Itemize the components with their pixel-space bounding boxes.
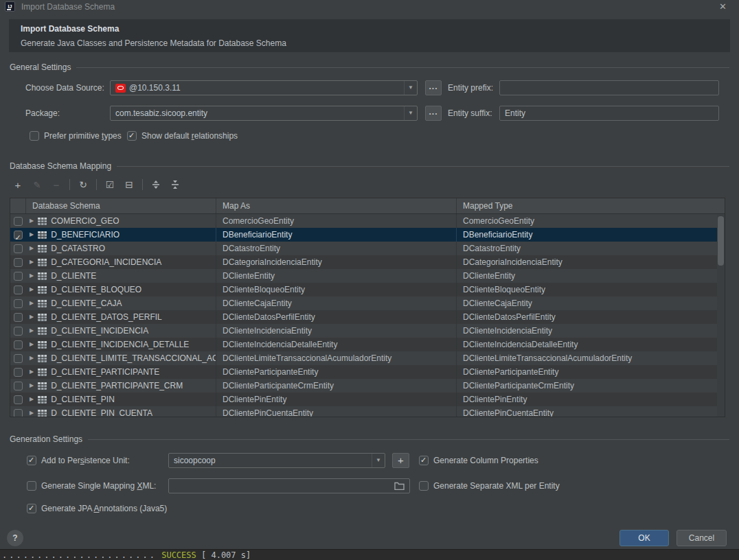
package-combobox[interactable]: com.tesabiz.sicoop.entity ▼ bbox=[110, 106, 418, 121]
map-as-cell[interactable]: DClienteParticipanteCrmEntity bbox=[216, 379, 456, 393]
folder-icon[interactable] bbox=[394, 482, 405, 490]
mapped-type-cell[interactable]: DCatastroEntity bbox=[456, 242, 725, 255]
package-browse-button[interactable]: ... bbox=[425, 106, 442, 121]
row-checkbox[interactable] bbox=[14, 395, 23, 404]
table-row[interactable]: ▶D_CLIENTE_BLOQUEODClienteBloqueoEntityD… bbox=[10, 283, 725, 296]
refresh-icon[interactable]: ↻ bbox=[77, 178, 89, 191]
mapped-type-cell[interactable]: DClienteParticipanteEntity bbox=[456, 365, 725, 379]
map-as-cell[interactable]: DClienteIncidenciaEntity bbox=[216, 324, 456, 338]
expand-arrow-icon[interactable]: ▶ bbox=[30, 242, 34, 255]
map-as-cell[interactable]: ComercioGeoEntity bbox=[216, 214, 456, 228]
generate-single-xml-checkbox[interactable] bbox=[27, 481, 36, 491]
mapped-type-cell[interactable]: DClienteDatosPerfilEntity bbox=[456, 310, 725, 324]
table-row[interactable]: ▶D_CLIENTE_DATOS_PERFILDClienteDatosPerf… bbox=[10, 310, 725, 324]
row-checkbox[interactable] bbox=[14, 231, 23, 240]
scrollbar-thumb[interactable] bbox=[718, 216, 724, 266]
generate-column-properties-checkbox[interactable] bbox=[419, 456, 429, 465]
map-as-cell[interactable]: DCatastroEntity bbox=[216, 242, 456, 255]
schema-cell[interactable]: ▶D_BENEFICIARIO bbox=[25, 228, 216, 242]
table-row[interactable]: ▶D_CLIENTE_PARTICIPANTEDClienteParticipa… bbox=[10, 365, 725, 379]
expand-arrow-icon[interactable]: ▶ bbox=[30, 351, 34, 365]
expand-arrow-icon[interactable]: ▶ bbox=[30, 255, 34, 269]
persistence-unit-combobox[interactable]: sicoopcoop ▼ bbox=[168, 453, 385, 468]
table-row[interactable]: ▶D_CLIENTE_PINDClientePinEntityDClienteP… bbox=[10, 393, 725, 406]
expand-arrow-icon[interactable]: ▶ bbox=[30, 406, 34, 417]
schema-cell[interactable]: ▶D_CLIENTE_BLOQUEO bbox=[25, 283, 216, 296]
expand-arrow-icon[interactable]: ▶ bbox=[30, 296, 34, 310]
add-persistence-unit-button[interactable]: + bbox=[392, 453, 409, 468]
expand-arrow-icon[interactable]: ▶ bbox=[30, 269, 34, 283]
row-checkbox[interactable] bbox=[14, 217, 23, 226]
map-as-cell[interactable]: DBeneficiarioEntity bbox=[216, 228, 456, 242]
expand-arrow-icon[interactable]: ▶ bbox=[30, 338, 34, 351]
schema-cell[interactable]: ▶D_CLIENTE_PIN_CUENTA bbox=[25, 406, 216, 417]
prefer-primitive-types-checkbox[interactable] bbox=[30, 131, 39, 141]
unselect-all-icon[interactable]: ⊟ bbox=[123, 178, 135, 191]
expand-arrow-icon[interactable]: ▶ bbox=[30, 393, 34, 406]
mapped-type-cell[interactable]: ComercioGeoEntity bbox=[456, 214, 725, 228]
mapped-type-cell[interactable]: DClienteCajaEntity bbox=[456, 296, 725, 310]
chevron-down-icon[interactable]: ▼ bbox=[372, 454, 385, 467]
row-checkbox[interactable] bbox=[14, 368, 23, 377]
schema-cell[interactable]: ▶D_CLIENTE_PARTICIPANTE_CRM bbox=[25, 379, 216, 393]
table-row[interactable]: ▶D_CATASTRODCatastroEntityDCatastroEntit… bbox=[10, 242, 725, 255]
table-scrollbar[interactable] bbox=[717, 215, 725, 417]
data-source-combobox[interactable]: @10.150.3.11 ▼ bbox=[110, 80, 418, 95]
mapped-type-cell[interactable]: DCategoriaIncidenciaEntity bbox=[456, 255, 725, 269]
schema-cell[interactable]: ▶D_CATASTRO bbox=[25, 242, 216, 255]
select-all-icon[interactable]: ☑ bbox=[104, 178, 116, 191]
schema-cell[interactable]: ▶D_CLIENTE_PIN bbox=[25, 393, 216, 406]
expand-arrow-icon[interactable]: ▶ bbox=[30, 379, 34, 393]
expand-arrow-icon[interactable]: ▶ bbox=[30, 310, 34, 324]
schema-cell[interactable]: ▶D_CLIENTE_INCIDENCIA bbox=[25, 324, 216, 338]
row-checkbox[interactable] bbox=[14, 313, 23, 322]
schema-cell[interactable]: ▶D_CLIENTE_CAJA bbox=[25, 296, 216, 310]
entity-prefix-field[interactable] bbox=[499, 80, 719, 95]
chevron-down-icon[interactable]: ▼ bbox=[404, 81, 417, 95]
add-icon[interactable]: + bbox=[12, 178, 24, 191]
collapse-all-icon[interactable] bbox=[169, 178, 181, 191]
map-as-cell[interactable]: DClienteBloqueoEntity bbox=[216, 283, 456, 296]
table-row[interactable]: ▶D_CLIENTE_LIMITE_TRANSACCIONAL_ACUMULAD… bbox=[10, 351, 725, 365]
mapped-type-cell[interactable]: DClientePinEntity bbox=[456, 393, 725, 406]
mapped-type-cell[interactable]: DClienteParticipanteCrmEntity bbox=[456, 379, 725, 393]
table-row[interactable]: ▶D_CLIENTE_INCIDENCIADClienteIncidenciaE… bbox=[10, 324, 725, 338]
row-checkbox[interactable] bbox=[14, 382, 23, 390]
map-as-cell[interactable]: DClientePinEntity bbox=[216, 393, 456, 406]
close-icon[interactable]: ✕ bbox=[719, 0, 727, 14]
table-row[interactable]: ▶D_CLIENTE_PIN_CUENTADClientePinCuentaEn… bbox=[10, 406, 725, 417]
mapped-type-cell[interactable]: DClienteIncidenciaDetalleEntity bbox=[456, 338, 725, 351]
schema-cell[interactable]: ▶COMERCIO_GEO bbox=[25, 214, 216, 228]
row-checkbox[interactable] bbox=[14, 409, 23, 418]
schema-cell[interactable]: ▶D_CLIENTE_INCIDENCIA_DETALLE bbox=[25, 338, 216, 351]
map-as-cell[interactable]: DClienteCajaEntity bbox=[216, 296, 456, 310]
expand-arrow-icon[interactable]: ▶ bbox=[30, 324, 34, 338]
generate-separate-xml-checkbox[interactable] bbox=[419, 481, 429, 491]
table-row[interactable]: ▶D_CLIENTE_PARTICIPANTE_CRMDClienteParti… bbox=[10, 379, 725, 393]
map-as-cell[interactable]: DClienteParticipanteEntity bbox=[216, 365, 456, 379]
row-checkbox[interactable] bbox=[14, 327, 23, 336]
map-as-cell[interactable]: DClienteDatosPerfilEntity bbox=[216, 310, 456, 324]
row-checkbox[interactable] bbox=[14, 258, 23, 267]
ok-button[interactable]: OK bbox=[619, 530, 669, 546]
schema-cell[interactable]: ▶D_CLIENTE_DATOS_PERFIL bbox=[25, 310, 216, 324]
single-xml-path-field[interactable] bbox=[168, 478, 410, 493]
map-as-cell[interactable]: DClienteEntity bbox=[216, 269, 456, 283]
row-checkbox[interactable] bbox=[14, 244, 23, 253]
generate-jpa-annotations-checkbox[interactable] bbox=[27, 504, 36, 513]
map-as-cell[interactable]: DClienteIncidenciaDetalleEntity bbox=[216, 338, 456, 351]
table-row[interactable]: ▶D_BENEFICIARIODBeneficiarioEntityDBenef… bbox=[10, 228, 725, 242]
table-row[interactable]: ▶D_CLIENTE_INCIDENCIA_DETALLEDClienteInc… bbox=[10, 338, 725, 351]
expand-arrow-icon[interactable]: ▶ bbox=[30, 365, 34, 379]
row-checkbox[interactable] bbox=[14, 340, 23, 349]
schema-cell[interactable]: ▶D_CLIENTE_LIMITE_TRANSACCIONAL_ACUMULAD… bbox=[25, 351, 216, 365]
mapped-type-cell[interactable]: DBeneficiarioEntity bbox=[456, 228, 725, 242]
mapped-type-cell[interactable]: DClienteIncidenciaEntity bbox=[456, 324, 725, 338]
row-checkbox[interactable] bbox=[14, 272, 23, 281]
row-checkbox[interactable] bbox=[14, 285, 23, 294]
row-checkbox[interactable] bbox=[14, 354, 23, 363]
table-row[interactable]: ▶D_CATEGORIA_INCIDENCIADCategoriaInciden… bbox=[10, 255, 725, 269]
table-row[interactable]: ▶D_CLIENTE_CAJADClienteCajaEntityDClient… bbox=[10, 296, 725, 310]
expand-all-icon[interactable] bbox=[150, 178, 162, 191]
schema-cell[interactable]: ▶D_CLIENTE_PARTICIPANTE bbox=[25, 365, 216, 379]
